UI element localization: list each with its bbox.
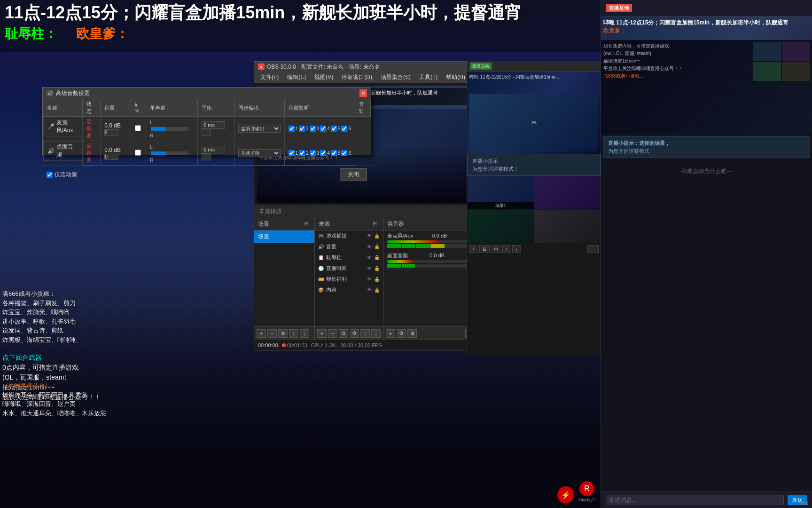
mini-thumb-4 <box>782 62 810 81</box>
menu-file[interactable]: 文件(F) <box>257 72 282 82</box>
scene-remove-btn[interactable]: − <box>267 329 277 338</box>
thumb-cell-1[interactable]: 场景1 <box>468 176 534 209</box>
mic-track-2[interactable] <box>299 126 305 132</box>
desktop-monitor-select[interactable]: 关闭监听 <box>238 149 281 157</box>
source-item-content[interactable]: 📦 内容 👁 🔒 <box>315 285 383 295</box>
source-item-privilege[interactable]: 🎫 舰长福利 👁 🔒 <box>315 274 383 285</box>
source-content-eye-btn[interactable]: 👁 <box>366 286 373 293</box>
source-privilege-lock-btn[interactable]: 🔒 <box>374 276 380 282</box>
source-volume-name: 音量 <box>326 243 364 250</box>
mixer-mic-vol-bar[interactable] <box>387 240 473 243</box>
thumb-up-btn[interactable]: ↑ <box>502 245 511 253</box>
mic-track-1[interactable] <box>289 126 295 132</box>
desktop-track-5[interactable] <box>331 150 337 156</box>
source-down-btn[interactable]: ↓ <box>371 329 381 338</box>
desktop-track-1[interactable] <box>289 150 295 156</box>
desktop-track-3[interactable] <box>310 150 316 156</box>
mic-delay-input[interactable] <box>202 121 225 129</box>
mic-track-4[interactable] <box>320 126 326 132</box>
riot-icon[interactable]: R <box>579 481 594 496</box>
mic-track-3[interactable] <box>310 126 316 132</box>
menu-view[interactable]: 视图(V) <box>311 72 337 82</box>
mic-delay-spinner[interactable] <box>202 129 211 136</box>
source-item-volume[interactable]: 🔊 音量 👁 🔒 <box>315 241 383 252</box>
scene-down-btn[interactable]: ↓ <box>300 329 309 338</box>
lo2-line5: 说发词、背古诗、剪纸 <box>2 326 82 335</box>
mic-monitor-cell[interactable]: 监听并输出 <box>234 117 284 141</box>
source-time-lock-btn[interactable]: 🔒 <box>374 265 380 271</box>
mic-mono-check[interactable] <box>135 125 141 131</box>
mic-vol-input[interactable] <box>104 129 118 135</box>
thumb-cell-4[interactable] <box>534 210 601 243</box>
thumb-cell-3[interactable] <box>468 210 534 243</box>
source-game-controls: 👁 🔒 <box>366 232 380 239</box>
source-volume-eye-btn[interactable]: 👁 <box>366 243 373 250</box>
mixer-vertical-btn[interactable]: ⊞ <box>407 329 417 338</box>
desktop-checkbox-cell[interactable] <box>131 141 146 166</box>
audio-dialog-close-button[interactable]: 关闭 <box>340 168 367 181</box>
mic-checkbox-cell[interactable] <box>131 117 146 141</box>
source-game-eye-btn[interactable]: 👁 <box>366 232 373 239</box>
menu-edit[interactable]: 编辑(E) <box>283 72 310 82</box>
desktop-balance-bar[interactable] <box>151 151 188 155</box>
source-item-shame[interactable]: 📋 耻辱柱 👁 🔒 <box>315 252 383 263</box>
source-add-btn[interactable]: + <box>317 329 327 338</box>
desktop-monitor-cell[interactable]: 关闭监听 <box>234 141 284 166</box>
thumb-remove-btn[interactable]: ⊟ <box>479 245 490 253</box>
scene-add-btn[interactable]: + <box>257 329 266 338</box>
menu-tools[interactable]: 工具(T) <box>415 72 441 82</box>
source-privilege-eye-btn[interactable]: 👁 <box>366 276 373 282</box>
active-only-label[interactable]: 仅活动源 <box>47 171 77 179</box>
menu-help[interactable]: 帮助(H) <box>442 72 469 82</box>
source-gear-btn[interactable]: ⚙ <box>350 329 359 338</box>
source-copy-btn[interactable]: ⧉ <box>339 329 348 338</box>
source-item-time[interactable]: 🕐 直播时间 👁 🔒 <box>315 263 383 274</box>
desktop-delay-spinner[interactable] <box>202 153 211 160</box>
thumb-add-btn[interactable]: + <box>469 245 478 253</box>
source-remove-btn[interactable]: − <box>328 329 337 338</box>
mixer-desktop-vol-bar[interactable] <box>387 260 473 263</box>
source-volume-lock-btn[interactable]: 🔒 <box>374 243 380 250</box>
desktop-mono-check[interactable] <box>135 150 141 156</box>
thumb-options-btn[interactable]: ⋯ <box>587 245 599 253</box>
source-up-btn[interactable]: ↑ <box>360 329 370 338</box>
desktop-volume-cell: 0.0 dB <box>101 141 131 166</box>
thumb-btn-area: + ⊟ ⚙ ↑ ↓ ⋯ <box>467 243 601 255</box>
chat-input[interactable] <box>606 495 784 505</box>
lo2-line4: 讲小故事、哼歌、孔雀羽毛 <box>2 317 82 326</box>
col-name: 名称 <box>43 99 83 117</box>
mini-thumb-3 <box>753 62 781 81</box>
mixer-add-btn[interactable]: + <box>386 329 395 338</box>
source-shame-lock-btn[interactable]: 🔒 <box>374 254 380 261</box>
source-shame-eye-btn[interactable]: 👁 <box>366 254 373 261</box>
scene-item-active[interactable]: 场景 <box>254 230 314 243</box>
menu-scene-collection[interactable]: 场景集合(S) <box>377 72 414 82</box>
scene-up-btn[interactable]: ↑ <box>289 329 298 338</box>
lo2-line6: 炸黑板、海绵宝宝、吨吨吨、 <box>2 335 82 345</box>
desktop-delay-input[interactable] <box>202 146 225 153</box>
scene-copy-btn[interactable]: ⧉ <box>278 329 288 338</box>
desktop-track-4[interactable] <box>320 150 326 156</box>
source-shame-icon: 📋 <box>318 254 324 261</box>
active-only-checkbox[interactable] <box>47 172 53 178</box>
source-item-game[interactable]: 🎮 游戏捕捉 👁 🔒 <box>315 230 383 241</box>
source-game-lock-btn[interactable]: 🔒 <box>374 232 380 239</box>
mic-monitor-select[interactable]: 监听并输出 <box>238 125 281 133</box>
mic-track-6[interactable] <box>341 126 347 132</box>
desktop-track-2[interactable] <box>299 150 305 156</box>
thumb-gear-btn[interactable]: ⚙ <box>491 245 501 253</box>
mic-balance-bar[interactable] <box>151 127 188 131</box>
brand-icon: ⚡ <box>561 491 570 500</box>
source-content-lock-btn[interactable]: 🔒 <box>374 286 380 293</box>
thumb-cell-2[interactable] <box>534 176 601 209</box>
riot-account-area[interactable]: R Riot账户 <box>579 481 595 503</box>
mixer-gear-btn[interactable]: ⚙ <box>397 329 406 338</box>
source-time-eye-btn[interactable]: 👁 <box>366 265 373 271</box>
dialog-close-button[interactable]: ✕ <box>359 89 367 97</box>
mixer-panel-header: 混音器 ⊞ <box>383 218 477 230</box>
thumb-down-btn[interactable]: ↓ <box>512 245 521 253</box>
desktop-vol-input[interactable] <box>104 154 118 160</box>
menu-profile[interactable]: 停靠窗口(D) <box>338 72 376 82</box>
desktop-track-6[interactable] <box>341 150 347 156</box>
mic-track-5[interactable] <box>331 126 337 132</box>
